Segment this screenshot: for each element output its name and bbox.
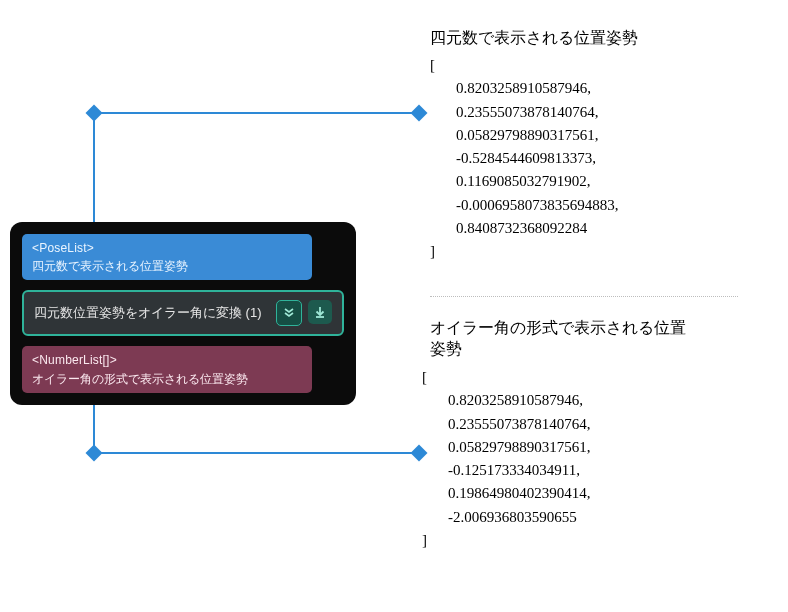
download-icon-button[interactable]	[308, 300, 332, 324]
value-item: -0.0006958073835694883,	[430, 194, 619, 217]
value-item: 0.8203258910587946,	[422, 389, 591, 412]
chevrons-down-icon	[283, 307, 295, 319]
value-item: -0.125173334034911,	[422, 459, 591, 482]
node-output-port[interactable]: <NumberList[]> オイラー角の形式で表示される位置姿勢	[22, 346, 312, 392]
collapse-icon-button[interactable]	[276, 300, 302, 326]
value-item: 0.23555073878140764,	[422, 413, 591, 436]
output-desc: オイラー角の形式で表示される位置姿勢	[32, 371, 302, 387]
open-bracket: [	[422, 366, 591, 389]
input-desc: 四元数で表示される位置姿勢	[32, 258, 302, 274]
close-bracket: ]	[430, 240, 619, 263]
arrow-down-icon	[314, 306, 326, 318]
value-item: -2.006936803590655	[422, 506, 591, 529]
value-item: 0.05829798890317561,	[430, 124, 619, 147]
node-input-port[interactable]: <PoseList> 四元数で表示される位置姿勢	[22, 234, 312, 280]
quaternion-title: 四元数で表示される位置姿勢	[430, 28, 638, 49]
node-card: <PoseList> 四元数で表示される位置姿勢 四元数位置姿勢をオイラー角に変…	[10, 222, 356, 405]
value-item: 0.1169085032791902,	[430, 170, 619, 193]
value-item: 0.8408732368092284	[430, 217, 619, 240]
node-title: 四元数位置姿勢をオイラー角に変換 (1)	[34, 304, 262, 322]
value-item: 0.23555073878140764,	[430, 101, 619, 124]
svg-rect-3	[86, 445, 103, 462]
section-divider	[430, 296, 738, 297]
svg-rect-1	[86, 105, 103, 122]
node-title-row[interactable]: 四元数位置姿勢をオイラー角に変換 (1)	[22, 290, 344, 336]
quaternion-values: [ 0.8203258910587946, 0.2355507387814076…	[430, 54, 619, 263]
value-item: 0.8203258910587946,	[430, 77, 619, 100]
value-item: 0.05829798890317561,	[422, 436, 591, 459]
svg-rect-0	[411, 105, 428, 122]
open-bracket: [	[430, 54, 619, 77]
close-bracket: ]	[422, 529, 591, 552]
euler-title: オイラー角の形式で表示される位置姿勢	[430, 318, 690, 360]
euler-values: [ 0.8203258910587946, 0.2355507387814076…	[422, 366, 591, 552]
input-type-tag: <PoseList>	[32, 240, 302, 256]
value-item: -0.5284544609813373,	[430, 147, 619, 170]
value-item: 0.19864980402390414,	[422, 482, 591, 505]
output-type-tag: <NumberList[]>	[32, 352, 302, 368]
